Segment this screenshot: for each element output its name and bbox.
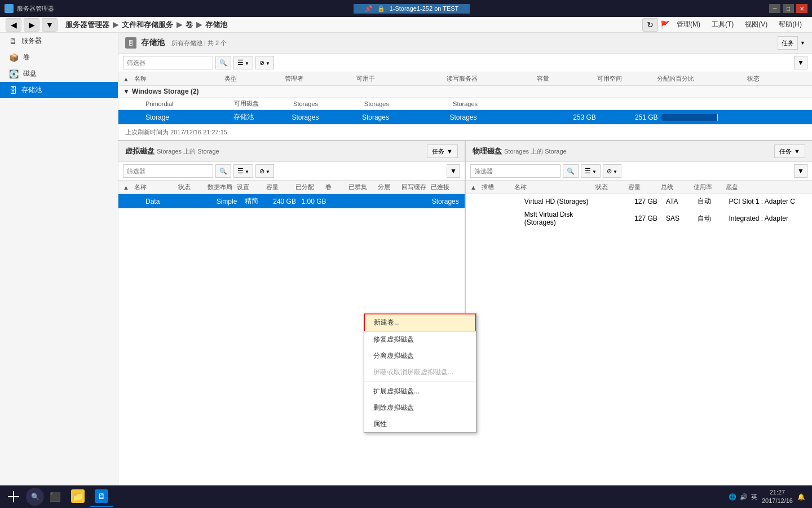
storage-data-row[interactable]: Storage 存储池 Storages Storages Storages 2… — [118, 110, 812, 124]
pool-filter-input[interactable] — [123, 56, 213, 69]
pdisk-filter-button[interactable]: ⊘ — [603, 164, 621, 178]
vcol-name-header[interactable]: 名称 — [134, 183, 178, 191]
vdisk-search-button[interactable] — [215, 164, 231, 178]
pool-expand-button[interactable]: ▼ — [794, 56, 807, 69]
taskbar-search-button[interactable]: 🔍 — [26, 488, 44, 506]
vcol-provision-header[interactable]: 设置 — [237, 183, 266, 191]
col-cap-header[interactable]: 容量 — [537, 75, 597, 83]
breadcrumb-item-2[interactable]: 文件和存储服务 — [122, 20, 173, 30]
dropdown-button[interactable]: ▼ — [42, 18, 58, 32]
pdisk-list-view-button[interactable] — [581, 164, 601, 178]
col-alloc-header[interactable]: 分配的百分比 — [657, 75, 747, 83]
forward-button[interactable]: ▶ — [24, 18, 39, 32]
window-title: 📌 🔒 1-Storage1-252 on TEST — [354, 4, 470, 14]
storage-group-row[interactable]: ▼ Windows Storage (2) — [118, 86, 812, 98]
pool-filter-button[interactable]: ⊘ — [255, 56, 274, 69]
notification-icon[interactable]: 🔔 — [797, 493, 805, 501]
primordial-row[interactable]: Primordial 可用磁盘 Storages Storages Storag… — [118, 98, 812, 110]
vcol-status-header[interactable]: 状态 — [178, 183, 208, 191]
vdisk-expand-button[interactable]: ▼ — [447, 164, 460, 178]
lock-icon: 🔒 — [377, 5, 385, 12]
col-name-header[interactable]: 名称 — [134, 75, 224, 83]
pool-list-view-button[interactable] — [233, 56, 253, 69]
back-button[interactable]: ◀ — [6, 18, 21, 32]
vcol-attach-header[interactable]: 已连接 — [431, 183, 460, 191]
taskbar-task-view-button[interactable]: ⬛ — [45, 487, 65, 507]
ctx-item-new[interactable]: 新建卷... — [364, 314, 476, 331]
close-button[interactable]: ✕ — [796, 4, 807, 13]
pcol-status-header[interactable]: 状态 — [595, 183, 628, 191]
refresh-button[interactable]: ↻ — [642, 18, 658, 32]
col-manager-header[interactable]: 管理者 — [285, 75, 357, 83]
pdisk-row-2[interactable]: Msft Virtual Disk (Storages) 127 GB SAS … — [466, 208, 812, 229]
minimize-button[interactable]: ─ — [769, 4, 780, 13]
input-method[interactable]: 英 — [751, 493, 757, 501]
col-status-header[interactable]: 状态 — [747, 75, 807, 83]
start-button[interactable] — [2, 487, 25, 507]
sidebar-item-pools[interactable]: 🗄 存储池 — [0, 82, 118, 98]
vcol-writeback-header[interactable]: 回写缓存 — [401, 183, 431, 191]
vdisk-data-row[interactable]: Data Simple 精简 240 GB 1.00 GB Storages — [118, 194, 465, 208]
prow1-chassis: PCI Slot 1 : Adapter C — [729, 198, 807, 205]
vdisk-filter-input[interactable] — [123, 164, 213, 178]
vcol-layout-header[interactable]: 数据布局 — [208, 183, 237, 191]
col-avail-header[interactable]: 可用于 — [356, 75, 447, 83]
menu-help[interactable]: 帮助(H) — [774, 19, 806, 30]
sidebar-item-volumes[interactable]: 📦 卷 — [0, 49, 118, 65]
vcol-cap-header[interactable]: 容量 — [266, 183, 295, 191]
ctx-item-mask[interactable]: 屏蔽或取消屏蔽虚拟磁盘... — [364, 364, 476, 380]
pool-task-button[interactable]: 任务 — [778, 36, 798, 50]
taskbar-app-explorer[interactable]: 📁 — [67, 487, 89, 507]
pool-task-chevron[interactable]: ▼ — [800, 40, 805, 46]
group-expand-icon[interactable]: ▼ — [123, 87, 132, 95]
ctx-item-detach[interactable]: 分离虚拟磁盘 — [364, 348, 476, 364]
pin-icon: 📌 — [365, 5, 373, 12]
menu-manage[interactable]: 管理(M) — [672, 19, 705, 30]
pdisk-search-button[interactable] — [563, 164, 579, 178]
pdisk-expand-button[interactable]: ▼ — [794, 164, 807, 178]
pcol-cap-header[interactable]: 容量 — [628, 183, 661, 191]
vdisk-task-button[interactable]: 任务 ▼ — [427, 144, 458, 158]
taskbar-app-servermanager[interactable]: 🖥 — [90, 487, 113, 507]
list-chevron-icon — [245, 59, 249, 66]
breadcrumb-item-3[interactable]: 卷 — [186, 20, 193, 30]
col-space-header[interactable]: 可用空间 — [597, 75, 657, 83]
sidebar-item-disks[interactable]: 💽 磁盘 — [0, 65, 118, 82]
breadcrumb-item-4[interactable]: 存储池 — [205, 20, 227, 30]
vcol-alloc-header[interactable]: 已分配 — [295, 183, 325, 191]
taskbar-search-icon: 🔍 — [31, 493, 39, 501]
vcol-vol-header[interactable]: 卷 — [325, 183, 349, 191]
row-cap: 253 GB — [537, 113, 599, 121]
ctx-item-repair[interactable]: 修复虚拟磁盘 — [364, 331, 476, 348]
explorer-icon: 📁 — [71, 489, 85, 503]
vcol-tier-header[interactable]: 分层 — [378, 183, 401, 191]
pcol-name-header[interactable]: 名称 — [514, 183, 596, 191]
pdisk-task-button[interactable]: 任务 ▼ — [774, 144, 805, 158]
prow2-name: Msft Virtual Disk (Storages) — [524, 211, 603, 226]
vdisk-filter-button[interactable]: ⊘ — [255, 164, 274, 178]
breadcrumb-item-1[interactable]: 服务器管理器 — [65, 20, 109, 30]
col-type-header[interactable]: 类型 — [224, 75, 285, 83]
nav-header: ◀ ▶ ▼ 服务器管理器 ▶ 文件和存储服务 ▶ 卷 ▶ 存储池 — [0, 18, 642, 32]
vcol-cluster-header[interactable]: 已群集 — [348, 183, 378, 191]
pcol-usage-header[interactable]: 使用率 — [694, 183, 726, 191]
pool-search-button[interactable] — [215, 56, 231, 69]
pdisk-row-1[interactable]: Virtual HD (Storages) 127 GB ATA 自动 PCI … — [466, 194, 812, 208]
group-label: Windows Storage (2) — [132, 87, 199, 95]
pdisk-filter-input[interactable] — [470, 164, 561, 178]
sidebar-item-servers[interactable]: 🖥 服务器 — [0, 33, 118, 49]
vdisk-list-view-button[interactable] — [233, 164, 253, 178]
ctx-item-expand[interactable]: 扩展虚拟磁盘... — [364, 383, 476, 400]
pcol-chassis-header[interactable]: 底盘 — [726, 183, 807, 191]
menu-view[interactable]: 视图(V) — [740, 19, 772, 30]
col-rw-header[interactable]: 读写服务器 — [447, 75, 537, 83]
pcol-bus-header[interactable]: 总线 — [661, 183, 694, 191]
virtual-disk-header: 虚拟磁盘 Storages 上的 Storage 任务 ▼ — [118, 141, 465, 162]
maximize-button[interactable]: □ — [783, 4, 794, 13]
ctx-item-props[interactable]: 属性 — [364, 416, 476, 432]
sidebar-label-disks: 磁盘 — [23, 69, 37, 78]
menu-tools[interactable]: 工具(T) — [707, 19, 738, 30]
pcol-slot-header[interactable]: 插槽 — [482, 183, 514, 191]
ctx-item-delete[interactable]: 删除虚拟磁盘 — [364, 400, 476, 416]
vdisk-title: 虚拟磁盘 — [125, 146, 155, 156]
